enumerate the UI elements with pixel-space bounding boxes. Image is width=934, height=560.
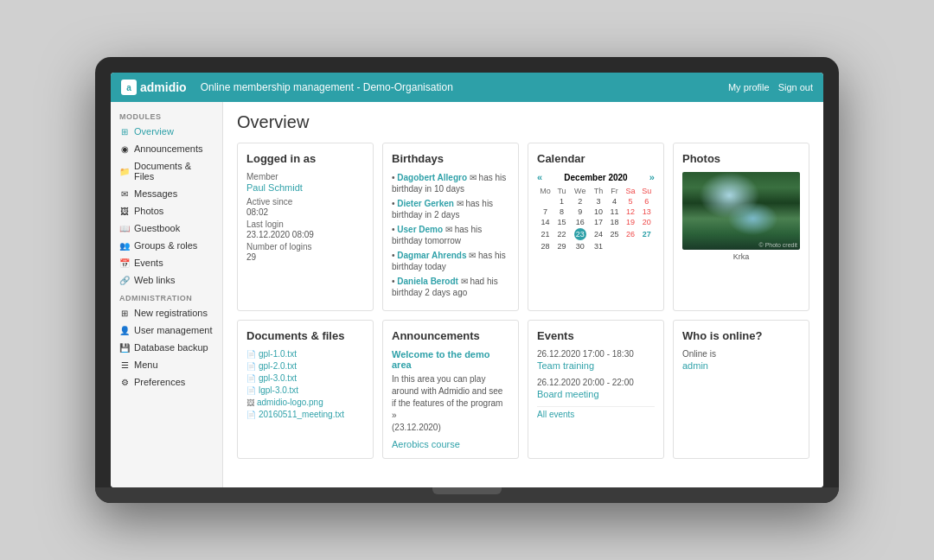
sidebar-item-user-mgmt[interactable]: 👤 User management <box>111 321 222 339</box>
sidebar-label-new-reg: New registrations <box>134 308 208 318</box>
logo-icon: a <box>121 80 137 95</box>
sidebar: MODULES ⊞ Overview ◉ Announcements 📁 Doc… <box>111 102 223 487</box>
user-mgmt-icon: 👤 <box>119 326 130 335</box>
calendar-title: Calendar <box>537 152 655 165</box>
sidebar-label-guestbook: Guestbook <box>134 223 180 233</box>
preferences-icon: ⚙ <box>119 378 130 387</box>
announcement-body: In this area you can play around with Ad… <box>392 373 509 434</box>
event-link-1[interactable]: Team training <box>537 360 655 371</box>
sidebar-item-overview[interactable]: ⊞ Overview <box>111 123 222 140</box>
logged-in-card: Logged in as Member Paul Schmidt Active … <box>237 143 374 311</box>
sidebar-item-announcements[interactable]: ◉ Announcements <box>111 140 222 157</box>
sidebar-item-new-reg[interactable]: ⊞ New registrations <box>111 304 222 321</box>
online-user[interactable]: admin <box>682 360 800 371</box>
modules-section-title: MODULES <box>111 107 222 123</box>
sidebar-item-documents[interactable]: 📁 Documents & Files <box>111 157 222 185</box>
birthday-item-2: • Dieter Gerken ✉ has his birthday in 2 … <box>392 198 509 220</box>
user-name[interactable]: Paul Schmidt <box>246 182 364 193</box>
announcement-date: (23.12.2020) <box>392 423 441 432</box>
sidebar-item-groups[interactable]: 👥 Groups & roles <box>111 237 222 254</box>
sidebar-item-weblinks[interactable]: 🔗 Web links <box>111 271 222 289</box>
birthday-item-3: • User Demo ✉ has his birthday tomorrow <box>392 224 509 246</box>
all-events-link[interactable]: All events <box>537 406 655 419</box>
doc-item-2[interactable]: 📄 gpl-2.0.txt <box>246 361 364 371</box>
photo-image[interactable]: © Photo credit <box>682 172 800 250</box>
sidebar-label-preferences: Preferences <box>134 377 185 387</box>
new-reg-icon: ⊞ <box>119 309 130 318</box>
overview-icon: ⊞ <box>119 127 130 137</box>
topnav-links: My profile Sign out <box>728 82 813 92</box>
db-backup-icon: 💾 <box>119 343 130 353</box>
birthday-link-3[interactable]: User Demo <box>397 225 443 234</box>
cal-prev[interactable]: « <box>537 172 542 182</box>
sidebar-label-weblinks: Web links <box>134 275 175 285</box>
sidebar-item-db-backup[interactable]: 💾 Database backup <box>111 339 222 356</box>
my-profile-link[interactable]: My profile <box>728 82 770 92</box>
doc-name-6: 20160511_meeting.txt <box>259 410 344 419</box>
online-title: Who is online? <box>682 329 800 342</box>
cal-today[interactable]: 23 <box>570 227 591 241</box>
last-login-label: Last login <box>246 220 364 229</box>
announcements-card: Announcements Welcome to the demo area I… <box>382 320 519 459</box>
sidebar-label-user-mgmt: User management <box>134 325 213 335</box>
cal-th-th: Th <box>591 186 607 196</box>
announcement-link[interactable]: Welcome to the demo area <box>392 349 509 370</box>
sidebar-item-guestbook[interactable]: 📖 Guestbook <box>111 220 222 237</box>
online-label: Online is <box>682 349 800 359</box>
doc-item-3[interactable]: 📄 gpl-3.0.txt <box>246 373 364 383</box>
main-content: Overview Logged in as Member Paul Schmid… <box>223 102 823 487</box>
sidebar-item-events[interactable]: 📅 Events <box>111 254 222 271</box>
doc-name-2: gpl-2.0.txt <box>259 361 297 371</box>
doc-icon-4: 📄 <box>246 386 256 395</box>
sidebar-label-announcements: Announcements <box>134 143 203 154</box>
doc-item-5[interactable]: 🖼 admidio-logo.png <box>246 398 364 407</box>
sidebar-item-menu[interactable]: ☰ Menu <box>111 356 222 373</box>
events-title: Events <box>537 329 655 342</box>
doc-name-3: gpl-3.0.txt <box>259 373 297 383</box>
birthday-link-2[interactable]: Dieter Gerken <box>397 199 454 208</box>
birthday-item-4: • Dagmar Ahrends ✉ has his birthday toda… <box>392 250 509 272</box>
sidebar-label-events: Events <box>134 258 163 268</box>
birthday-link-4[interactable]: Dagmar Ahrends <box>397 251 466 260</box>
logins-value: 29 <box>246 252 364 262</box>
doc-name-1: gpl-1.0.txt <box>259 349 297 359</box>
doc-item-6[interactable]: 📄 20160511_meeting.txt <box>246 410 364 419</box>
calendar-card: Calendar « December 2020 » Mo Tu <box>528 143 664 311</box>
messages-icon: ✉ <box>119 189 130 199</box>
doc-icon-6: 📄 <box>246 410 256 419</box>
last-login-value: 23.12.2020 08:09 <box>246 230 364 239</box>
birthday-link-5[interactable]: Daniela Berodt <box>397 277 458 286</box>
sidebar-label-overview: Overview <box>134 126 174 137</box>
sidebar-label-menu: Menu <box>134 360 158 370</box>
app-logo: a admidio <box>121 80 187 95</box>
weblinks-icon: 🔗 <box>119 276 130 285</box>
page-title: Overview <box>237 112 809 132</box>
doc-item-4[interactable]: 📄 lgpl-3.0.txt <box>246 385 364 395</box>
doc-icon-2: 📄 <box>246 362 256 371</box>
photos-card: Photos © Photo credit Krka <box>673 143 809 311</box>
logged-in-title: Logged in as <box>246 152 364 165</box>
sign-out-link[interactable]: Sign out <box>778 82 813 92</box>
photo-caption: Krka <box>682 252 800 261</box>
cal-th-sa: Sa <box>623 186 639 196</box>
aerobics-link[interactable]: Aerobics course <box>392 439 509 449</box>
doc-icon-3: 📄 <box>246 374 256 383</box>
sidebar-item-photos[interactable]: 🖼 Photos <box>111 202 222 220</box>
sidebar-label-groups: Groups & roles <box>134 240 197 251</box>
events-icon: 📅 <box>119 258 130 268</box>
sidebar-item-messages[interactable]: ✉ Messages <box>111 185 222 202</box>
documents-title: Documents & files <box>246 329 364 342</box>
doc-item-1[interactable]: 📄 gpl-1.0.txt <box>246 349 364 359</box>
role-label: Member <box>246 172 364 181</box>
guestbook-icon: 📖 <box>119 224 130 233</box>
menu-icon: ☰ <box>119 360 130 370</box>
doc-icon-5: 🖼 <box>246 398 254 407</box>
sidebar-item-preferences[interactable]: ⚙ Preferences <box>111 373 222 391</box>
sidebar-label-photos: Photos <box>134 206 163 216</box>
sidebar-label-documents: Documents & Files <box>134 161 214 181</box>
calendar-grid: Mo Tu We Th Fr Sa Su <box>537 186 655 251</box>
birthday-link-1[interactable]: Dagobert Allegro <box>397 173 467 182</box>
cal-th-tu: Tu <box>553 186 570 196</box>
event-link-2[interactable]: Board meeting <box>537 389 655 399</box>
cal-next[interactable]: » <box>649 172 655 182</box>
